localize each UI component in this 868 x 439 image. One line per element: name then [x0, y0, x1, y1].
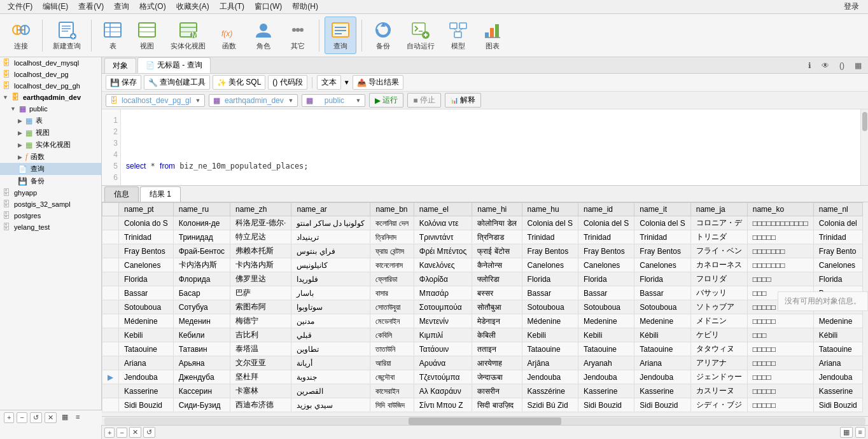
login-button[interactable]: 登录 — [837, 0, 865, 13]
table-cell[interactable]: 西迪布济德 — [230, 398, 291, 412]
th-name_pt[interactable]: name_pt — [119, 203, 174, 216]
th-name_it[interactable]: name_it — [634, 203, 690, 216]
table-cell[interactable]: कैनेलोन्स — [472, 258, 522, 272]
table-cell[interactable]: Tataouine — [522, 342, 578, 356]
sidebar-item-matviews[interactable]: ▶ ▦ 实体化视图 — [0, 139, 101, 151]
table-cell[interactable]: Kebili — [578, 328, 634, 342]
table-cell[interactable]: सिदी बाउज़िद — [472, 398, 522, 412]
table-cell[interactable]: □□□□□ — [747, 314, 813, 328]
menu-view[interactable]: 查看(V) — [73, 0, 109, 13]
hscroll-track[interactable] — [104, 417, 865, 425]
table-cell[interactable]: Фрай-Бентос — [173, 244, 230, 258]
editor-scrollbar[interactable] — [860, 109, 868, 185]
table-cell[interactable]: Trinidad — [578, 230, 634, 244]
save-button[interactable]: 💾 保存 — [106, 75, 141, 90]
table-cell[interactable]: 卡塞林 — [230, 384, 291, 398]
menu-window[interactable]: 窗口(W) — [249, 0, 287, 13]
table-cell[interactable]: বাসার — [370, 286, 414, 300]
table-cell[interactable]: 梅德宁 — [230, 314, 291, 328]
table-cell[interactable]: Sotouboua — [522, 300, 578, 314]
table-cell[interactable]: Arjāna — [522, 356, 578, 370]
toolbar-table[interactable]: 表 — [97, 17, 129, 53]
table-cell[interactable]: 巴萨 — [230, 286, 291, 300]
table-cell[interactable]: Trinidad — [119, 230, 174, 244]
th-name_zh[interactable]: name_zh — [230, 203, 291, 216]
tab-action-eye[interactable]: 👁 — [818, 60, 833, 71]
table-cell[interactable]: Μπασάρ — [414, 286, 472, 300]
table-cell[interactable]: Басар — [173, 286, 230, 300]
query-builder-button[interactable]: 🔧 查询创建工具 — [144, 75, 210, 90]
menu-format[interactable]: 格式(O) — [134, 0, 171, 13]
table-cell[interactable]: ترينيداد — [291, 230, 370, 244]
table-cell[interactable]: أريانة — [291, 356, 370, 370]
th-name_el[interactable]: name_el — [414, 203, 472, 216]
table-cell[interactable]: आरयेणाह — [472, 356, 522, 370]
table-cell[interactable]: Colonia del S — [578, 216, 634, 230]
table-cell[interactable]: Bassar — [522, 286, 578, 300]
table-cell[interactable]: केबिली — [472, 328, 522, 342]
table-cell[interactable]: □□□ — [747, 328, 813, 342]
table-cell[interactable]: Тринидад — [173, 230, 230, 244]
table-cell[interactable]: Τατάουιν — [414, 342, 472, 356]
menu-file[interactable]: 文件(F) — [3, 0, 38, 13]
table-cell[interactable]: Kebili — [522, 328, 578, 342]
table-cell[interactable]: कासरीन — [472, 384, 522, 398]
th-name_ru[interactable]: name_ru — [173, 203, 230, 216]
table-cell[interactable]: 卡内洛内斯 — [230, 258, 291, 272]
tab-action-parens[interactable]: () — [836, 60, 848, 71]
table-cell[interactable]: जेन्दाऊबा — [472, 370, 522, 384]
explain-button[interactable]: 📊 解释 — [445, 93, 481, 108]
sidebar-list-btn[interactable]: ≡ — [73, 412, 82, 423]
table-cell[interactable]: Trinidad — [634, 230, 690, 244]
table-cell[interactable]: □□□□□□□□□□□□ — [747, 216, 813, 230]
table-cell[interactable]: تطاوين — [291, 342, 370, 356]
table-cell[interactable]: Kébili — [634, 328, 690, 342]
table-cell[interactable]: Φρέι Μπέντος — [414, 244, 472, 258]
table-cell[interactable]: Татавин — [173, 342, 230, 356]
table-cell[interactable]: Medenine — [634, 314, 690, 328]
table-cell[interactable]: アリアナ — [690, 356, 747, 370]
table-cell[interactable]: Colonia do S — [119, 216, 174, 230]
table-cell[interactable]: तताइन — [472, 342, 522, 356]
table-cell[interactable]: Szidi Bú Zid — [522, 398, 578, 412]
sidebar-refresh-btn[interactable]: ↺ — [30, 412, 42, 423]
table-cell[interactable]: Florida — [634, 272, 690, 286]
th-name_ar[interactable]: name_ar — [291, 203, 370, 216]
toolbar-query[interactable]: 查询 — [325, 17, 356, 54]
run-button[interactable]: ▶ 运行 — [369, 93, 403, 108]
table-cell[interactable]: मेडेनाइन — [472, 314, 522, 328]
table-cell[interactable]: बस्सर — [472, 286, 522, 300]
table-cell[interactable]: Jendouba — [813, 370, 862, 384]
th-name_ko[interactable]: name_ko — [747, 203, 813, 216]
table-cell[interactable]: সিদি বাউজিদ — [370, 398, 414, 412]
toolbar-other[interactable]: 其它 — [282, 17, 314, 53]
table-cell[interactable]: Sotouboua — [578, 300, 634, 314]
table-cell[interactable]: Jendouba — [578, 370, 634, 384]
table-cell[interactable]: फ्राई बेंटोस — [472, 244, 522, 258]
table-cell[interactable]: Florida — [522, 272, 578, 286]
table-cell[interactable]: Jendouba — [522, 370, 578, 384]
th-name_id[interactable]: name_id — [578, 203, 634, 216]
table-cell[interactable]: コロニア・デ — [690, 216, 747, 230]
table-cell[interactable]: Médenine — [119, 314, 174, 328]
grid-refresh-btn[interactable]: ↺ — [143, 427, 155, 438]
table-cell[interactable]: バサッリ — [690, 286, 747, 300]
schema-select[interactable]: ▦ public ▼ — [302, 94, 365, 107]
table-cell[interactable]: Ariana — [634, 356, 690, 370]
table-cell[interactable]: Medenine — [813, 314, 862, 328]
result-tab-info[interactable]: 信息 — [104, 186, 139, 202]
toolbar-role[interactable]: 角色 — [248, 17, 279, 53]
table-cell[interactable]: □□□□□ — [747, 342, 813, 356]
toolbar-backup[interactable]: 备份 — [367, 17, 399, 53]
table-cell[interactable]: □□□□ — [747, 272, 813, 286]
table-cell[interactable]: □□□□ — [747, 370, 813, 384]
table-cell[interactable]: Sidi Bouzid — [634, 398, 690, 412]
table-cell[interactable]: □□□□□□□ — [747, 244, 813, 258]
table-cell[interactable]: Сиди-Бузид — [173, 398, 230, 412]
tab-action-grid[interactable]: ▦ — [851, 60, 865, 71]
table-cell[interactable]: Bassar — [578, 286, 634, 300]
sidebar-item-yelang[interactable]: 🗄 yelang_test — [0, 221, 101, 233]
stop-button[interactable]: ■ 停止 — [407, 93, 440, 108]
table-cell[interactable]: ফ্লোরিডা — [370, 272, 414, 286]
table-cell[interactable]: फ्लोरिडा — [472, 272, 522, 286]
